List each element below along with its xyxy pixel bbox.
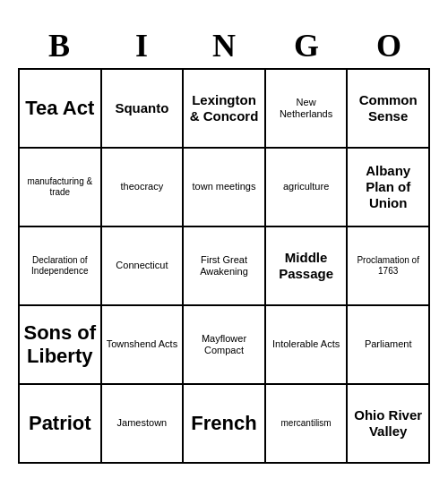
bingo-cell-18[interactable]: Intolerable Acts [266,306,349,385]
bingo-cell-15[interactable]: Sons of Liberty [20,306,102,385]
bingo-cell-11[interactable]: Connecticut [102,227,185,306]
bingo-cell-10[interactable]: Declaration of Independence [20,227,102,306]
bingo-cell-12[interactable]: First Great Awakening [184,227,266,306]
bingo-cell-13[interactable]: Middle Passage [266,227,349,306]
bingo-cell-1[interactable]: Squanto [102,70,185,149]
bingo-cell-3[interactable]: New Netherlands [266,70,349,149]
bingo-cell-21[interactable]: Jamestown [102,385,185,464]
bingo-cell-7[interactable]: town meetings [184,149,266,227]
bingo-grid: Tea ActSquantoLexington & ConcordNew Net… [18,68,430,464]
bingo-cell-2[interactable]: Lexington & Concord [184,70,266,149]
bingo-card: B I N G O Tea ActSquantoLexington & Conc… [9,14,439,473]
header-n: N [183,23,265,68]
header-b: B [18,23,100,68]
bingo-cell-23[interactable]: mercantilism [266,385,349,464]
bingo-cell-4[interactable]: Common Sense [348,70,430,149]
bingo-cell-8[interactable]: agriculture [266,149,349,227]
bingo-cell-17[interactable]: Mayflower Compact [184,306,266,385]
bingo-cell-22[interactable]: French [184,385,266,464]
bingo-cell-20[interactable]: Patriot [20,385,102,464]
header-o: O [348,23,430,68]
bingo-cell-16[interactable]: Townshend Acts [102,306,185,385]
header-g: G [265,23,348,68]
bingo-cell-5[interactable]: manufacturing & trade [20,149,102,227]
header-i: I [100,23,183,68]
bingo-cell-9[interactable]: Albany Plan of Union [348,149,430,227]
bingo-cell-14[interactable]: Proclamation of 1763 [348,227,430,306]
bingo-cell-0[interactable]: Tea Act [20,70,102,149]
bingo-cell-19[interactable]: Parliament [348,306,430,385]
bingo-header: B I N G O [18,23,430,68]
bingo-cell-24[interactable]: Ohio River Valley [348,385,430,464]
bingo-cell-6[interactable]: theocracy [102,149,185,227]
